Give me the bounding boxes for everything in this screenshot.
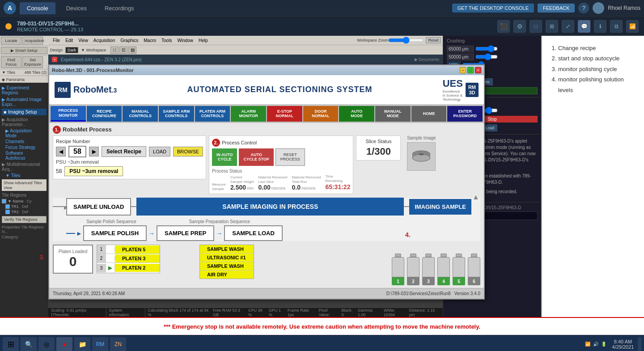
auto-cycle-stop-btn[interactable]: AUTOCYCLE STOP — [239, 148, 273, 166]
crush-slider-2[interactable] — [475, 53, 498, 60]
in-auto-cycle-btn[interactable]: IN AUTOCYCLE — [212, 148, 237, 166]
zen-find-focus[interactable]: Find Focus — [1, 56, 21, 68]
zen-icon1[interactable]: □ — [110, 47, 119, 54]
nav-process-monitor[interactable]: PROCESSMONITOR — [51, 106, 86, 122]
load-btn[interactable]: LOAD — [149, 147, 170, 156]
zen-icon3[interactable]: ▤ — [128, 47, 136, 54]
tray-volume[interactable]: 🔊 — [593, 342, 598, 347]
taskbar-chrome[interactable]: ● — [56, 337, 72, 351]
taskbar-cortana[interactable]: ◎ — [38, 337, 55, 351]
device-icon-expand[interactable]: 💬 — [578, 20, 590, 33]
main-area: Locate Acquisition ▶ Smart Setup Find Fo… — [0, 36, 644, 317]
sample-prep-box: SAMPLE PREP — [157, 225, 214, 241]
taskbar-app-1[interactable]: RM — [92, 337, 108, 351]
pixel-value: Pixel Value: — [319, 308, 339, 317]
nav-estop[interactable]: E-STOPNORMAL — [267, 106, 302, 122]
workspace-zoom-slider[interactable] — [388, 38, 424, 43]
nav-enter-password[interactable]: ENTERPASSWORD — [447, 106, 483, 122]
tab-recordings[interactable]: Recordings — [97, 2, 141, 14]
platen-2-item: PLATEN 2 — [115, 264, 160, 272]
reset-process-btn[interactable]: RESETPROCESS — [275, 148, 305, 166]
show-advanced-tiles-btn[interactable]: Show Advanced Tiles View — [4, 181, 42, 190]
instruction-4: monitor polishing solution levels — [558, 74, 637, 95]
sample-image-section: Sample Image — [403, 135, 439, 173]
menu-file[interactable]: File — [50, 38, 63, 43]
device-info: 789-031-DIV15-25F9H6... REMOTE CONTROL —… — [17, 21, 83, 32]
select-recipe-btn[interactable]: Select Recipe — [102, 146, 146, 157]
nav-manual-controls[interactable]: MANUALCONTROLS — [123, 106, 158, 122]
experiment-close[interactable]: × — [52, 57, 57, 62]
crush-value-1[interactable] — [447, 46, 474, 52]
menu-help[interactable]: Help — [196, 38, 211, 43]
tr1-checkbox[interactable] — [5, 204, 10, 209]
tile-checkbox-name[interactable] — [2, 199, 6, 203]
browse-btn[interactable]: BROWSE — [173, 147, 203, 156]
nav-door[interactable]: DOORNORMAL — [303, 106, 339, 122]
nav-auto-mode[interactable]: AUTOMODE — [339, 106, 374, 122]
robomet-minimize-btn[interactable]: – — [460, 67, 466, 73]
nav-alarm-monitor[interactable]: ALARMMONITOR — [231, 106, 266, 122]
polish-sequence-section: Sample Polish Sequence ► SAMPLE POLISH → — [66, 219, 157, 241]
menu-edit[interactable]: Edit — [63, 38, 76, 43]
menu-graphics[interactable]: Graphics — [118, 38, 141, 43]
robomet-nav: PROCESSMONITOR RECIPECONFIGURE MANUALCON… — [49, 105, 484, 123]
taskbar-app-2[interactable]: ZN — [110, 337, 126, 351]
taskbar-windows-btn[interactable]: ⊞ — [3, 337, 19, 351]
device-icon-grid[interactable]: ⊞ — [546, 20, 558, 33]
device-icon-signal[interactable]: 📶 — [626, 20, 639, 33]
reset-zoom-btn[interactable]: Reset — [426, 37, 441, 43]
taskbar-search[interactable]: 🔍 — [21, 337, 37, 351]
desktop-console-button[interactable]: GET THE DESKTOP CONSOLE — [452, 4, 534, 13]
platen-5-item: PLATEN 5 — [115, 245, 160, 254]
crush-value-2[interactable] — [447, 54, 474, 60]
zen-smart-setup[interactable]: ▶ Smart Setup — [1, 47, 47, 54]
nav-manual-mode[interactable]: MANUALMODE — [375, 106, 411, 122]
imaging-setup-section[interactable]: ■ Imaging Setup — [2, 109, 47, 115]
device-subtitle: REMOTE CONTROL — 25:13 — [17, 27, 83, 32]
recipe-next-btn[interactable]: ▶ — [89, 147, 99, 156]
tiles-section-item[interactable]: ▼ Tiles — [2, 173, 47, 178]
process-control-label: Process Control — [222, 140, 257, 145]
nav-platen-arm[interactable]: PLATEN ARMCONTROLS — [195, 106, 230, 122]
feedback-button[interactable]: FEEDBACK — [538, 4, 575, 13]
robomet-maximize-btn[interactable]: □ — [467, 67, 474, 73]
crush-slider-1[interactable] — [475, 45, 498, 52]
tab-console[interactable]: Console — [20, 2, 55, 14]
tray-battery[interactable]: 🔋 — [601, 342, 606, 347]
menu-view[interactable]: View — [76, 38, 91, 43]
device-icon-window[interactable]: □ — [530, 20, 542, 33]
nav-sample-arm[interactable]: SAMPLE ARMCONTROLS — [159, 106, 194, 122]
menu-macro[interactable]: Macro — [141, 38, 159, 43]
zen-set-exposure[interactable]: Set Exposure — [22, 56, 43, 68]
tab-devices[interactable]: Devices — [59, 2, 94, 14]
taskbar-show-desktop[interactable] — [638, 337, 641, 351]
nav-recipe-configure[interactable]: RECIPECONFIGURE — [87, 106, 122, 122]
robomet-close-btn[interactable]: × — [475, 67, 481, 73]
focus-strategy-item[interactable]: Focus Strategy — [2, 144, 47, 150]
channels-item[interactable]: Channels — [2, 139, 47, 144]
device-icon-settings[interactable]: ⚙ — [513, 20, 526, 33]
taskbar-file-explorer[interactable]: 📁 — [74, 337, 90, 351]
zen-tool-locate[interactable]: Locate — [1, 37, 21, 45]
menu-acquisition[interactable]: Acquisition — [91, 38, 118, 43]
recipe-prev-btn[interactable]: ◀ — [56, 147, 66, 156]
device-icon-monitor[interactable]: ⬛ — [497, 20, 510, 33]
zen-tool-acquisition[interactable]: Acquisition — [22, 37, 43, 45]
tray-network[interactable]: 📶 — [585, 342, 590, 347]
nav-home[interactable]: HOME — [411, 106, 447, 122]
dark-toggle[interactable]: Dark — [65, 47, 78, 53]
verify-tile-regions-btn[interactable]: Verify Tile Regions — [2, 216, 47, 223]
software-autofocus-item[interactable]: Software Autofocus — [2, 150, 47, 161]
removed-last-label: Material RemovedLast Slice — [258, 175, 288, 184]
menu-window[interactable]: Window — [174, 38, 196, 43]
app-logo[interactable]: A — [4, 2, 16, 14]
acquisition-mode-item[interactable]: ▶ Acquisition Mode — [2, 128, 47, 139]
device-icon-info[interactable]: ℹ — [594, 20, 606, 33]
instructions-list: Change recipe start and stop autocycle m… — [549, 43, 637, 95]
help-icon[interactable]: ? — [578, 3, 589, 13]
zen-icon2[interactable]: ⊡ — [119, 47, 127, 54]
device-icon-fullscreen[interactable]: ⤢ — [562, 20, 574, 33]
tr2-checkbox[interactable] — [5, 210, 10, 214]
menu-tools[interactable]: Tools — [159, 38, 174, 43]
device-icon-share[interactable]: ⧉ — [610, 20, 623, 33]
